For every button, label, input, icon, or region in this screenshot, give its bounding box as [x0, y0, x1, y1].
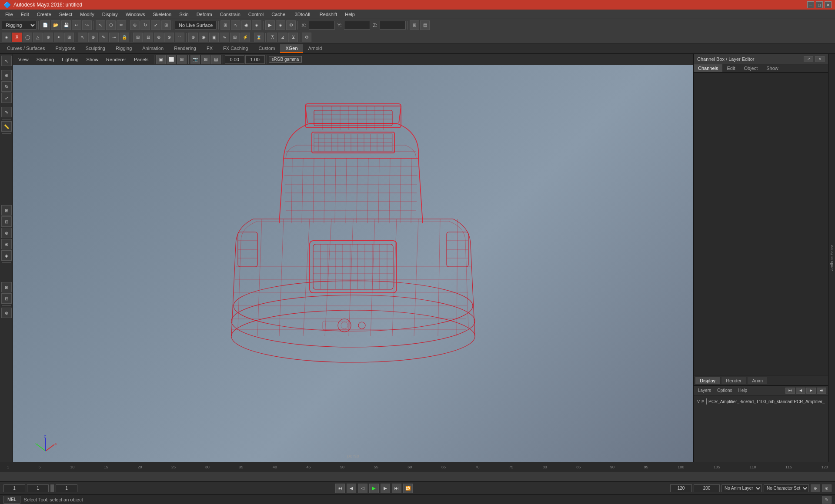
- vp-four-pane-button[interactable]: ⊞: [177, 55, 187, 64]
- lasso-select-button[interactable]: ⬡: [106, 20, 116, 30]
- ui-elements-button[interactable]: ▤: [420, 20, 430, 30]
- snap-curve-button[interactable]: ∿: [231, 20, 240, 30]
- vp-show-menu[interactable]: Show: [83, 56, 102, 63]
- skip-to-start-button[interactable]: ⏮: [335, 484, 345, 493]
- tab-fx[interactable]: FX: [201, 44, 218, 53]
- gamma-badge[interactable]: sRGB gamma: [269, 56, 302, 63]
- ch-tab-channels[interactable]: Channels: [694, 64, 722, 72]
- no-live-surface[interactable]: No Live Surface: [175, 21, 217, 30]
- lt-btn10[interactable]: ⊞: [1, 282, 12, 292]
- lt-btn11[interactable]: ⊟: [1, 293, 12, 304]
- toolbar2-btn13[interactable]: ⊞: [133, 33, 143, 42]
- layer-vis-p[interactable]: P: [701, 398, 704, 405]
- maximize-button[interactable]: □: [816, 1, 823, 8]
- save-scene-button[interactable]: 💾: [61, 20, 71, 30]
- menu-create[interactable]: Create: [33, 11, 55, 18]
- menu-windows[interactable]: Windows: [122, 11, 149, 18]
- new-scene-button[interactable]: 📄: [40, 20, 50, 30]
- menu-cache[interactable]: Cache: [268, 11, 289, 18]
- toolbar2-btn2[interactable]: X: [12, 33, 22, 42]
- undo-button[interactable]: ↩: [72, 20, 81, 30]
- anim-layer-select[interactable]: No Anim Layer: [721, 484, 762, 492]
- vp-input2[interactable]: [245, 55, 265, 64]
- close-button[interactable]: ✕: [825, 1, 832, 8]
- layer-tab-display[interactable]: Display: [695, 377, 720, 384]
- toolbar2-btn20[interactable]: ▣: [209, 33, 219, 42]
- toolbar2-btn23[interactable]: ⚡: [240, 33, 250, 42]
- snap-grid-button[interactable]: ⊞: [220, 20, 230, 30]
- toolbar2-btn21[interactable]: ∿: [220, 33, 229, 42]
- tab-animation[interactable]: Animation: [137, 44, 169, 53]
- vp-single-button[interactable]: ▣: [156, 55, 166, 64]
- end-frame-input[interactable]: [670, 484, 692, 492]
- menu-3dtool[interactable]: -3DtoAll-: [290, 11, 315, 18]
- char-set-select[interactable]: No Character Set: [764, 484, 809, 492]
- tab-xgen[interactable]: XGen: [280, 44, 303, 53]
- toolbar2-btn4[interactable]: △: [33, 33, 43, 42]
- rotate-tool-lt[interactable]: ↻: [1, 81, 12, 92]
- ch-tab-edit[interactable]: Edit: [722, 64, 739, 72]
- toolbar2-btn3[interactable]: ◯: [23, 33, 32, 42]
- toolbar2-btn6[interactable]: ✦: [54, 33, 63, 42]
- tab-arnold[interactable]: Arnold: [303, 44, 327, 53]
- toolbar2-btn5[interactable]: ⊕: [43, 33, 53, 42]
- menu-skin[interactable]: Skin: [176, 11, 192, 18]
- vp-shading-menu[interactable]: Shading: [33, 56, 57, 63]
- menu-display[interactable]: Display: [99, 11, 121, 18]
- move-tool-button[interactable]: ⊕: [130, 20, 140, 30]
- viewport-3d[interactable]: View Shading Lighting Show Renderer Pane…: [13, 54, 693, 462]
- layer-layers-btn[interactable]: Layers: [695, 388, 714, 393]
- char-set-btn1[interactable]: ⊕: [811, 484, 820, 492]
- vp-grid-button[interactable]: ⊞: [201, 55, 210, 64]
- toolbar2-btn18[interactable]: ⊕: [188, 33, 198, 42]
- select-tool-button[interactable]: ↖: [96, 20, 105, 30]
- layer-options-btn[interactable]: Options: [715, 388, 735, 393]
- play-back-button[interactable]: ◁: [358, 484, 367, 493]
- menu-redshift[interactable]: Redshift: [316, 11, 341, 18]
- timeline-ruler[interactable]: 1 5 10 15 20 25 30 35 40 45 50 55 60 65 …: [0, 462, 835, 472]
- layer-vis-v[interactable]: V: [697, 398, 700, 405]
- layer-tab-render[interactable]: Render: [721, 377, 746, 384]
- channel-box-float-button[interactable]: ↗: [804, 56, 813, 62]
- script-editor-button[interactable]: ✎: [822, 496, 832, 504]
- ipr-render-button[interactable]: ◈: [276, 20, 285, 30]
- rotate-tool-button[interactable]: ↻: [140, 20, 150, 30]
- toolbar2-btn9[interactable]: ⊕: [88, 33, 98, 42]
- loop-button[interactable]: 🔁: [403, 484, 413, 493]
- vp-two-pane-button[interactable]: ⬜: [167, 55, 176, 64]
- lt-btn5[interactable]: ⊞: [1, 205, 12, 216]
- toolbar2-btn25[interactable]: ⊿: [278, 33, 287, 42]
- lt-btn9[interactable]: ◈: [1, 250, 12, 261]
- layer-prev-button[interactable]: ◀: [796, 388, 805, 394]
- toolbar2-bone-btn[interactable]: ⊼: [267, 33, 277, 42]
- lt-btn12[interactable]: ⊕: [1, 308, 12, 318]
- snap-point-button[interactable]: ◉: [241, 20, 251, 30]
- mel-button[interactable]: MEL: [3, 496, 20, 504]
- channel-box-close-button[interactable]: ✕: [815, 56, 825, 62]
- playback-speed-input[interactable]: [694, 484, 720, 492]
- tab-rendering[interactable]: Rendering: [169, 44, 201, 53]
- layer-skip-back-button[interactable]: ⏮: [785, 388, 795, 394]
- measure-tool-lt[interactable]: 📏: [1, 121, 12, 132]
- redo-button[interactable]: ↪: [82, 20, 92, 30]
- toolbar2-btn15[interactable]: ⊕: [154, 33, 164, 42]
- toolbar2-btn1[interactable]: ◈: [2, 33, 11, 42]
- layer-tab-anim[interactable]: Anim: [748, 377, 767, 384]
- lt-btn8[interactable]: ⊗: [1, 239, 12, 249]
- toolbar2-btn8[interactable]: ↖: [78, 33, 87, 42]
- toolbar2-btn27[interactable]: ⚙: [302, 33, 311, 42]
- ch-tab-show[interactable]: Show: [762, 64, 783, 72]
- toolbar2-btn17[interactable]: ∷: [175, 33, 184, 42]
- x-input[interactable]: [309, 21, 335, 30]
- menu-select[interactable]: Select: [56, 11, 76, 18]
- scale-tool-lt[interactable]: ⤢: [1, 93, 12, 103]
- toolbar2-btn22[interactable]: ⊞: [230, 33, 240, 42]
- tab-rigging[interactable]: Rigging: [110, 44, 137, 53]
- toolbar2-btn19[interactable]: ◉: [199, 33, 208, 42]
- universal-manip-button[interactable]: ⊞: [161, 20, 171, 30]
- render-current-button[interactable]: ▶: [265, 20, 275, 30]
- paint-select-button[interactable]: ✏: [117, 20, 126, 30]
- open-scene-button[interactable]: 📂: [51, 20, 60, 30]
- vp-view-menu[interactable]: View: [15, 56, 32, 63]
- menu-control[interactable]: Control: [245, 11, 267, 18]
